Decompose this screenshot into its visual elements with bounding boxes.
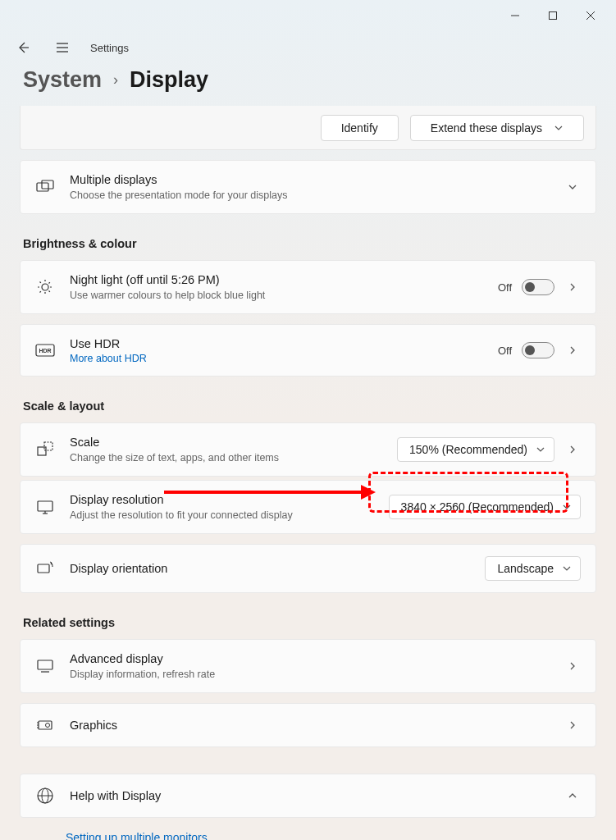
night-light-toggle[interactable]	[522, 279, 554, 295]
svg-rect-1	[550, 12, 557, 20]
svg-text:HDR: HDR	[39, 348, 51, 354]
chevron-down-icon	[562, 564, 572, 573]
night-light-title: Night light (off until 5:26 PM)	[70, 272, 483, 288]
chevron-down-icon	[562, 502, 572, 512]
chevron-right-icon: ›	[113, 71, 118, 89]
orientation-value: Landscape	[497, 562, 554, 575]
scale-title: Scale	[70, 435, 382, 450]
night-light-icon	[35, 277, 55, 297]
help-display-title: Help with Display	[70, 788, 550, 804]
graphics-title: Graphics	[70, 718, 550, 733]
chevron-right-icon	[564, 660, 581, 672]
scale-sub: Change the size of text, apps, and other…	[70, 451, 382, 464]
svg-point-33	[46, 724, 50, 728]
menu-button[interactable]	[51, 36, 74, 59]
svg-rect-27	[38, 660, 52, 669]
orientation-row: Display orientation Landscape	[20, 544, 596, 593]
svg-rect-9	[42, 180, 53, 189]
chevron-down-icon	[536, 445, 545, 454]
monitor-icon	[35, 656, 55, 676]
orientation-dropdown[interactable]: Landscape	[485, 556, 581, 581]
scale-value: 150% (Recommended)	[409, 443, 527, 456]
resolution-row: Display resolution Adjust the resolution…	[20, 480, 596, 534]
globe-icon	[35, 786, 55, 806]
close-button[interactable]	[572, 2, 609, 29]
svg-rect-26	[38, 564, 49, 573]
advanced-display-sub: Display information, refresh rate	[70, 668, 550, 681]
hdr-link[interactable]: More about HDR	[70, 353, 483, 364]
app-title: Settings	[90, 42, 129, 54]
svg-line-17	[40, 291, 42, 293]
scale-section-header: Scale & layout	[20, 380, 596, 422]
resolution-title: Display resolution	[70, 492, 374, 508]
breadcrumb-system[interactable]: System	[23, 67, 102, 93]
hdr-title: Use HDR	[70, 336, 483, 352]
extend-displays-label: Extend these displays	[431, 121, 542, 135]
hdr-toggle[interactable]	[522, 342, 554, 358]
svg-line-18	[49, 282, 51, 284]
help-link-multiple-monitors[interactable]: Setting up multiple monitors	[20, 821, 596, 840]
resolution-value: 3840 × 2560 (Recommended)	[401, 500, 554, 514]
svg-line-15	[40, 282, 42, 284]
multiple-displays-icon	[35, 177, 55, 197]
help-display-row[interactable]: Help with Display	[20, 774, 596, 818]
scale-row[interactable]: Scale Change the size of text, apps, and…	[20, 422, 596, 477]
svg-line-16	[49, 291, 51, 293]
extend-displays-dropdown[interactable]: Extend these displays	[410, 115, 584, 141]
graphics-icon	[35, 715, 55, 735]
svg-rect-8	[37, 183, 48, 191]
svg-rect-23	[38, 501, 52, 511]
breadcrumb-display: Display	[130, 67, 208, 93]
svg-point-10	[42, 284, 48, 290]
graphics-row[interactable]: Graphics	[20, 703, 596, 747]
chevron-right-icon	[564, 719, 581, 731]
scale-icon	[35, 440, 55, 459]
identify-button[interactable]: Identify	[321, 115, 399, 141]
hdr-row[interactable]: HDR Use HDR More about HDR Off	[20, 324, 596, 377]
advanced-display-title: Advanced display	[70, 651, 550, 667]
minimize-button[interactable]	[496, 2, 534, 29]
night-light-sub: Use warmer colours to help block blue li…	[70, 289, 483, 302]
chevron-right-icon	[564, 345, 581, 356]
multiple-displays-sub: Choose the presentation mode for your di…	[70, 189, 550, 202]
resolution-dropdown[interactable]: 3840 × 2560 (Recommended)	[389, 495, 581, 519]
display-arrangement-panel: Identify Extend these displays	[20, 106, 596, 150]
hdr-icon: HDR	[35, 340, 55, 360]
maximize-button[interactable]	[534, 2, 572, 29]
advanced-display-row[interactable]: Advanced display Display information, re…	[20, 639, 596, 693]
chevron-down-icon	[554, 123, 564, 133]
brightness-section-header: Brightness & colour	[20, 217, 596, 260]
scale-dropdown[interactable]: 150% (Recommended)	[397, 437, 554, 462]
night-light-state: Off	[498, 281, 512, 294]
resolution-icon	[35, 497, 55, 517]
chevron-down-icon	[564, 181, 581, 193]
hdr-state: Off	[498, 345, 512, 357]
breadcrumb: System › Display	[0, 64, 616, 106]
night-light-row[interactable]: Night light (off until 5:26 PM) Use warm…	[20, 260, 596, 314]
related-section-header: Related settings	[20, 596, 596, 639]
orientation-title: Display orientation	[70, 561, 470, 577]
chevron-right-icon	[564, 444, 581, 455]
resolution-sub: Adjust the resolution to fit your connec…	[70, 509, 374, 522]
chevron-up-icon	[564, 790, 581, 801]
back-button[interactable]	[11, 36, 34, 59]
orientation-icon	[35, 559, 55, 578]
multiple-displays-title: Multiple displays	[70, 172, 550, 188]
chevron-right-icon	[564, 281, 581, 293]
multiple-displays-row[interactable]: Multiple displays Choose the presentatio…	[20, 160, 596, 214]
